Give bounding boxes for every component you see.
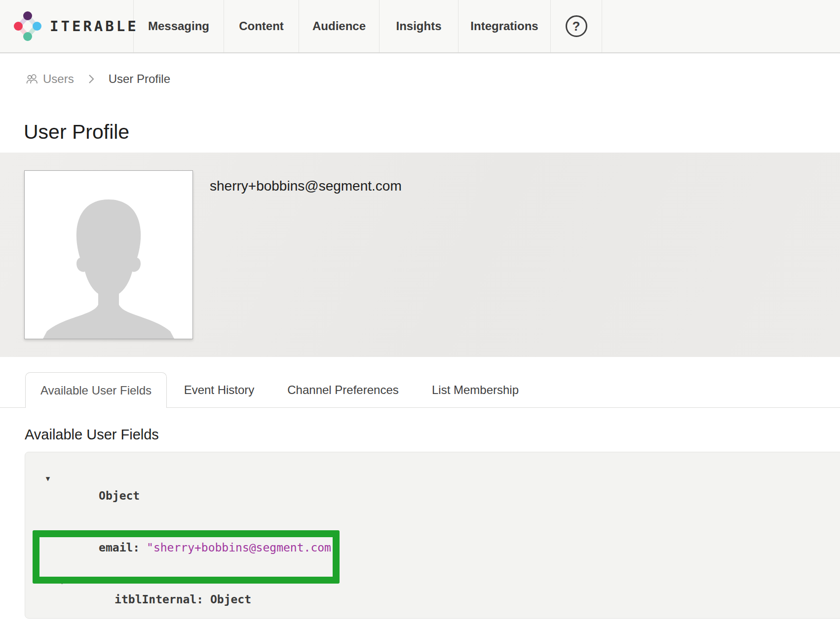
expand-collapse-triangle-icon[interactable]: ▼	[41, 470, 55, 487]
avatar	[24, 170, 193, 339]
nav-item-insights[interactable]: Insights	[380, 0, 458, 52]
user-fields-json-tree: ▼Object email: "sherry+bobbins@segment.c…	[25, 452, 840, 630]
nav-item-audience[interactable]: Audience	[299, 0, 380, 52]
users-icon	[25, 73, 39, 85]
user-fields-panel: ▼Object email: "sherry+bobbins@segment.c…	[25, 452, 840, 619]
breadcrumb: Users User Profile	[25, 72, 170, 86]
person-silhouette-icon	[25, 332, 192, 339]
profile-hero: sherry+bobbins@segment.com	[0, 153, 840, 357]
top-nav: ITERABLE Messaging Content Audience Insi…	[0, 0, 840, 53]
profile-email: sherry+bobbins@segment.com	[210, 178, 402, 194]
tree-root-row: ▼Object	[40, 470, 840, 522]
field-value: "sherry+bobbins@segment.com"	[147, 541, 338, 554]
nav-item-label: Messaging	[148, 19, 209, 33]
page-title: User Profile	[24, 120, 129, 144]
nav-item-content[interactable]: Content	[224, 0, 299, 52]
nav-item-integrations[interactable]: Integrations	[458, 0, 551, 52]
nav-item-label: Content	[239, 19, 284, 33]
profile-tabs: Available User Fields Event History Chan…	[0, 372, 840, 408]
breadcrumb-users-label: Users	[43, 72, 74, 86]
field-row-itblinternal: ►itblInternal: Object	[40, 574, 840, 626]
brand-logo[interactable]: ITERABLE	[0, 0, 134, 52]
expand-collapse-triangle-icon[interactable]: ►	[57, 574, 71, 591]
root-object-label: Object	[99, 489, 140, 502]
breadcrumb-users-link[interactable]: Users	[25, 72, 74, 86]
field-row-profileupdatedat: profileUpdatedAt: "2020-03-19 09:04:30 +…	[40, 626, 840, 630]
field-row-email: email: "sherry+bobbins@segment.com"	[40, 522, 840, 574]
tab-label: List Membership	[432, 383, 519, 397]
help-button[interactable]: ?	[551, 0, 602, 52]
tab-list-membership[interactable]: List Membership	[428, 372, 522, 408]
tab-channel-preferences[interactable]: Channel Preferences	[285, 372, 401, 408]
nav-item-label: Audience	[312, 19, 366, 33]
tab-available-user-fields[interactable]: Available User Fields	[25, 372, 167, 408]
help-question-icon: ?	[566, 15, 587, 37]
iterable-diamond-logo-icon	[12, 11, 43, 41]
field-key: email:	[99, 541, 140, 554]
nav-item-messaging[interactable]: Messaging	[134, 0, 224, 52]
breadcrumb-current: User Profile	[109, 72, 170, 86]
chevron-right-icon	[88, 74, 95, 84]
nav-item-label: Insights	[396, 19, 441, 33]
section-heading: Available User Fields	[25, 427, 159, 443]
field-key: itblInternal:	[115, 593, 203, 606]
tab-label: Channel Preferences	[287, 383, 398, 397]
tab-event-history[interactable]: Event History	[183, 372, 256, 408]
tab-label: Event History	[184, 383, 255, 397]
tab-label: Available User Fields	[40, 384, 152, 397]
brand-name: ITERABLE	[50, 18, 139, 35]
nav-item-label: Integrations	[470, 19, 538, 33]
field-value: Object	[210, 593, 251, 606]
